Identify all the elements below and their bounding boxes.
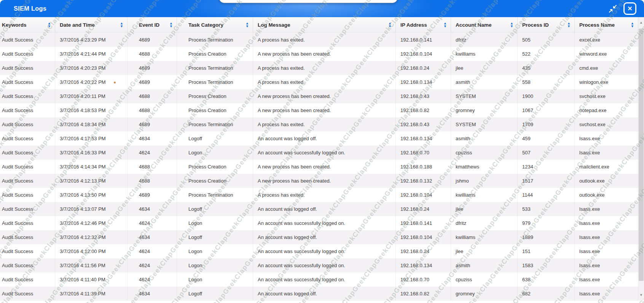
cell-log-message: A new process has been created. — [253, 174, 396, 188]
column-header-process-name[interactable]: Process Name▲▼ — [575, 17, 638, 32]
sort-icon[interactable]: ▲▼ — [120, 22, 123, 28]
cell-process-name: notepad.exe — [575, 103, 638, 117]
log-table: Keywords▲▼Date and Time▲▼Event ID▲▼Task … — [0, 17, 638, 301]
scroll-down-icon: ▼ — [639, 293, 643, 297]
table-row[interactable]: Audit Success3/7/2016 4:23:29 PM4689Proc… — [0, 33, 638, 47]
cell-task-category: Process Termination — [177, 188, 253, 202]
table-row[interactable]: Audit Success3/7/2016 4:14:34 PM4688Proc… — [0, 160, 638, 174]
table-row[interactable]: Audit Success3/7/2016 4:20:22 PM4689Proc… — [0, 75, 638, 89]
sort-icon[interactable]: ▲▼ — [631, 22, 634, 28]
scroll-up-button[interactable]: ▲ — [638, 17, 644, 28]
sort-icon[interactable]: ▲▼ — [388, 22, 392, 28]
cell-process-id: 522 — [518, 47, 575, 61]
cell-log-message: An account was logged off. — [253, 131, 396, 146]
cell-keywords: Audit Success — [0, 89, 55, 103]
sort-icon[interactable]: ▲▼ — [443, 22, 447, 28]
cell-ip-address: 192.168.0.24 — [396, 202, 451, 216]
cell-process-id: 1709 — [518, 117, 575, 131]
table-row[interactable]: Audit Success3/7/2016 4:11:39 PM4634Logo… — [0, 287, 638, 301]
column-header-keywords[interactable]: Keywords▲▼ — [0, 17, 55, 32]
cell-log-message: An account was successfully logged on. — [253, 146, 396, 160]
cell-task-category: Logon — [177, 258, 253, 273]
column-header-label: Event ID — [139, 22, 159, 28]
cell-task-category: Logon — [177, 146, 253, 160]
cell-keywords: Audit Success — [0, 103, 55, 117]
table-row[interactable]: Audit Success3/7/2016 4:16:33 PM4624Logo… — [0, 146, 638, 160]
cell-process-name: lsass.exe — [575, 258, 638, 273]
column-header-process-id[interactable]: Process ID▲▼ — [518, 17, 575, 32]
cell-date-and-time: 3/7/2016 4:12:00 PM — [55, 244, 128, 258]
table-row[interactable]: Audit Success3/7/2016 4:18:34 PM4689Proc… — [0, 117, 638, 131]
close-button[interactable]: ✕ — [623, 2, 636, 15]
table-row[interactable]: Audit Success3/7/2016 4:20:11 PM4688Proc… — [0, 89, 638, 103]
scroll-down-button[interactable]: ▼ — [638, 290, 644, 300]
cell-account-name: gromney — [451, 103, 518, 117]
cell-log-message: An account was logged off. — [253, 230, 396, 244]
cell-log-message: An account was successfully logged on. — [253, 258, 396, 273]
cell-process-id: 151 — [518, 244, 575, 258]
cell-process-id: 459 — [518, 131, 575, 146]
column-header-date-and-time[interactable]: Date and Time▲▼ — [55, 17, 128, 32]
sort-icon[interactable]: ▲▼ — [48, 22, 51, 28]
cell-date-and-time: 3/7/2016 4:13:07 PM — [55, 202, 128, 216]
table-row[interactable]: Audit Success3/7/2016 4:13:07 PM4634Logo… — [0, 202, 638, 216]
column-header-label: Log Message — [258, 22, 290, 28]
cell-date-and-time: 3/7/2016 4:12:13 PM — [55, 174, 128, 188]
table-row[interactable]: Audit Success3/7/2016 4:17:53 PM4634Logo… — [0, 131, 638, 146]
vertical-scrollbar[interactable]: ▲ ▼ — [638, 17, 644, 300]
table-row[interactable]: Audit Success3/7/2016 4:21:44 PM4688Proc… — [0, 47, 638, 61]
cell-date-and-time: 3/7/2016 4:11:56 PM — [55, 258, 128, 273]
cell-account-name: kwilliams — [451, 188, 518, 202]
table-row[interactable]: Audit Success3/7/2016 4:11:56 PM4624Logo… — [0, 258, 638, 273]
cell-task-category: Logoff — [177, 131, 253, 146]
cell-date-and-time: 3/7/2016 4:20:22 PM — [55, 75, 128, 89]
column-header-account-name[interactable]: Account Name▲▼ — [451, 17, 518, 32]
cell-log-message: A process has exited. — [253, 188, 396, 202]
cell-event-id: 4688 — [128, 103, 177, 117]
cell-log-message: An account was successfully logged on. — [253, 244, 396, 258]
cell-event-id: 4688 — [128, 89, 177, 103]
cell-ip-address: 192.168.0.134 — [396, 258, 451, 273]
cell-account-name: asmith — [451, 75, 518, 89]
cell-task-category: Process Termination — [177, 117, 253, 131]
cell-task-category: Process Creation — [177, 174, 253, 188]
column-header-task-category[interactable]: Task Category▲▼ — [177, 17, 253, 32]
titlebar: SIEM Logs ✕ — [0, 0, 644, 17]
column-header-event-id[interactable]: Event ID▲▼ — [128, 17, 177, 32]
cell-account-name: dfritz — [451, 33, 518, 47]
table-row[interactable]: Audit Success3/7/2016 4:11:40 PM4624Logo… — [0, 273, 638, 287]
header-row: Keywords▲▼Date and Time▲▼Event ID▲▼Task … — [0, 17, 638, 33]
cell-date-and-time: 3/7/2016 4:18:34 PM — [55, 117, 128, 131]
table-row[interactable]: Audit Success3/7/2016 4:12:00 PM4624Logo… — [0, 244, 638, 258]
cell-keywords: Audit Success — [0, 202, 55, 216]
cell-account-name: cpuziss — [451, 146, 518, 160]
cell-task-category: Logon — [177, 273, 253, 287]
table-row[interactable]: Audit Success3/7/2016 4:20:23 PM4689Proc… — [0, 61, 638, 75]
collapse-button[interactable] — [608, 4, 617, 13]
cell-task-category: Process Termination — [177, 33, 253, 47]
artifact-dot — [114, 82, 116, 83]
table-row[interactable]: Audit Success3/7/2016 4:12:46 PM4624Logo… — [0, 216, 638, 230]
cell-date-and-time: 3/7/2016 4:16:33 PM — [55, 146, 128, 160]
sort-icon[interactable]: ▲▼ — [510, 22, 513, 28]
table-row[interactable]: Audit Success3/7/2016 4:12:13 PM4688Proc… — [0, 174, 638, 188]
cell-process-id: 1900 — [518, 89, 575, 103]
cell-ip-address: 192.168.0.134 — [396, 75, 451, 89]
column-header-ip-address[interactable]: IP Address▲▼ — [396, 17, 451, 32]
sort-icon[interactable]: ▲▼ — [567, 22, 571, 28]
sort-icon[interactable]: ▲▼ — [169, 22, 173, 28]
cell-log-message: A process has exited. — [253, 33, 396, 47]
cell-process-name: outlook.exe — [575, 188, 638, 202]
cell-process-id: 1144 — [518, 188, 575, 202]
table-row[interactable]: Audit Success3/7/2016 4:12:32 PM4634Logo… — [0, 230, 638, 244]
column-header-log-message[interactable]: Log Message▲▼ — [253, 17, 396, 32]
cell-account-name: kwilliams — [451, 230, 518, 244]
cell-event-id: 4634 — [128, 131, 177, 146]
table-row[interactable]: Audit Success3/7/2016 4:13:50 PM4689Proc… — [0, 188, 638, 202]
cell-process-id: 979 — [518, 216, 575, 230]
cell-event-id: 4689 — [128, 117, 177, 131]
cell-ip-address: 192.168.0.141 — [396, 33, 451, 47]
sort-icon[interactable]: ▲▼ — [245, 22, 249, 28]
scrollbar-thumb[interactable] — [639, 29, 644, 281]
table-row[interactable]: Audit Success3/7/2016 4:18:53 PM4688Proc… — [0, 103, 638, 117]
